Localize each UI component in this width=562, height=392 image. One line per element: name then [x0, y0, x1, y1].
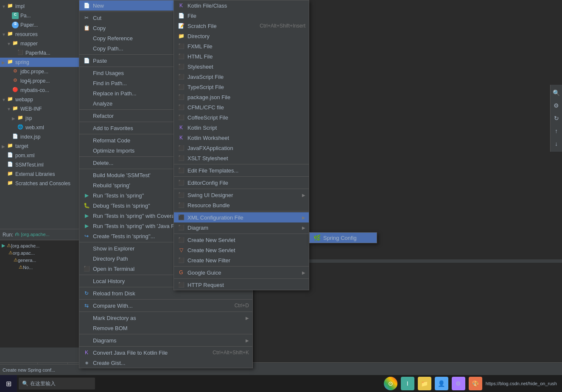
run-tree-item[interactable]: ⚠ org.apac... — [2, 249, 78, 256]
menu-item-create-listener[interactable]: ⬛ Create New Filter — [174, 255, 309, 265]
menu-item-pkg-json[interactable]: ⬛ package.json File — [174, 92, 309, 102]
run-tree-item[interactable]: ⚠ No... — [2, 264, 78, 271]
compare-icon: ⇆ — [83, 302, 90, 309]
tree-arrow: ▼ — [7, 107, 12, 111]
folder-icon: 📁 — [17, 115, 24, 122]
tree-item-target[interactable]: ▶ 📁 target — [0, 142, 79, 151]
menu-separator — [174, 211, 309, 211]
cut-icon: ✂ — [83, 14, 90, 22]
tree-item-jsp[interactable]: ▶ 📁 jsp — [0, 114, 79, 123]
run-tree-item[interactable]: ▶ ⚠ [org.apache... — [2, 242, 78, 249]
submenu-arrow: ▶ — [246, 316, 249, 320]
tree-item-extlibs[interactable]: 📁 External Libraries — [0, 170, 79, 179]
windows-start-button[interactable]: ⊞ — [0, 375, 17, 392]
diagrams-icon — [83, 336, 90, 344]
menu-item-google-guice[interactable]: G Google Guice ▶ — [174, 267, 309, 278]
tree-item-paper[interactable]: ① Paper... — [0, 20, 79, 30]
menu-item-kotlin-script[interactable]: K Kotlin Script — [174, 122, 309, 133]
folder-icon: 📁 — [12, 40, 19, 47]
menu-item-create-gist[interactable]: ⎈ Create Gist... — [79, 358, 252, 368]
warning-icon: ⚠ — [19, 264, 23, 270]
menu-item-xml-config[interactable]: ⬛ XML Configuration File ▶ — [174, 212, 309, 222]
menu-item-http-request[interactable]: ⬛ HTTP Request — [174, 280, 309, 290]
menu-item-html[interactable]: ⬛ HTML File — [174, 51, 309, 61]
menu-item-diagrams[interactable]: Diagrams ▶ — [79, 335, 252, 345]
tree-item-paperma[interactable]: ⬛ PaperMa... — [0, 48, 79, 58]
menu-item-label: HTML File — [187, 53, 305, 60]
menu-item-mark-dir[interactable]: Mark Directory as ▶ — [79, 313, 252, 323]
menu-item-convert-kotlin[interactable]: K Convert Java File to Kotlin File Ctrl+… — [79, 348, 252, 358]
file-manager-icon[interactable]: 📁 — [418, 377, 431, 390]
scratch-icon: 📝 — [177, 22, 185, 30]
menu-separator — [174, 278, 309, 279]
paint-icon[interactable]: 🎨 — [469, 377, 482, 390]
menu-item-scratch[interactable]: 📝 Scratch File Ctrl+Alt+Shift+Insert — [174, 21, 309, 31]
menu-separator — [79, 334, 252, 334]
tree-item-webapp[interactable]: ▼ 📁 webapp — [0, 95, 79, 104]
tree-label: resources — [15, 31, 38, 37]
arrow-up-icon[interactable]: ↑ — [552, 126, 561, 136]
servlet-icon: ⬛ — [177, 236, 185, 244]
menu-item-kotlin-class[interactable]: K Kotlin File/Class — [174, 0, 309, 11]
menu-item-file[interactable]: 📄 File — [174, 11, 309, 21]
tree-item-resources[interactable]: ▼ 📁 resources — [0, 30, 79, 39]
intellij-icon[interactable]: I — [401, 377, 414, 390]
menu-item-cfml[interactable]: ⬛ CFML/CFC file — [174, 102, 309, 112]
menu-item-spring-config[interactable]: 🌿 Spring Config — [310, 233, 377, 243]
tree-item-impl[interactable]: ▼ 📁 impl — [0, 2, 79, 11]
gear-icon[interactable]: ⚙ — [552, 101, 561, 110]
menu-item-swing[interactable]: ⬛ Swing UI Designer ▶ — [174, 190, 309, 200]
tree-item-pomxml[interactable]: 📄 pom.xml — [0, 151, 79, 160]
app-icon[interactable]: ⚙ — [452, 377, 465, 390]
menu-item-label: Swing UI Designer — [187, 192, 299, 198]
tree-item-mybatis[interactable]: 🔴 mybatis-co... — [0, 86, 79, 95]
menu-item-directory[interactable]: 📁 Directory — [174, 31, 309, 41]
tree-item-log4j[interactable]: ⚙ log4j.prope... — [0, 76, 79, 86]
menu-item-label: Create New Filter — [187, 257, 305, 264]
folder-icon: 📁 — [7, 180, 14, 187]
folder-icon: 📁 — [7, 96, 14, 103]
menu-separator — [79, 299, 252, 300]
tree-item-webxml[interactable]: 🌐 web.xml — [0, 123, 79, 132]
xml-icon: 📄 — [7, 152, 14, 159]
tree-item-indexjsp[interactable]: 📄 index.jsp — [0, 132, 79, 142]
tree-item-mapper[interactable]: ▼ 📁 mapper — [0, 39, 79, 48]
menu-item-fxml[interactable]: ⬛ FXML File — [174, 41, 309, 51]
tree-arrow: ▶ — [2, 144, 7, 149]
menu-item-label: XML Configuration File — [187, 214, 299, 221]
tree-item-ssmtest[interactable]: 📄 SSMTest.iml — [0, 160, 79, 170]
tree-item-jdbc[interactable]: ⚙ jdbc.prope... — [0, 67, 79, 76]
menu-item-ts[interactable]: ⬛ TypeScript File — [174, 82, 309, 92]
menu-item-create-servlet[interactable]: ⬛ Create New Servlet — [174, 235, 309, 245]
menu-item-create-filter[interactable]: ▽ Create New Servlet — [174, 245, 309, 255]
tree-label: pom.xml — [15, 153, 34, 158]
taskbar-search[interactable]: 🔍 在这里输入 — [19, 378, 95, 389]
refresh-icon[interactable]: ↻ — [552, 114, 561, 123]
search-icon[interactable]: 🔍 — [552, 88, 561, 97]
arrow-down-icon[interactable]: ↓ — [552, 139, 561, 148]
tree-item-pa[interactable]: C Pa... — [0, 11, 79, 20]
menu-item-css[interactable]: ⬛ Stylesheet — [174, 61, 309, 72]
tree-arrow: ▶ — [2, 60, 7, 65]
chrome-icon[interactable]: ⊙ — [384, 377, 397, 390]
menu-item-javafx[interactable]: ⬛ JavaFXApplication — [174, 143, 309, 153]
tree-item-spring[interactable]: ▶ 📁 spring — [0, 58, 79, 67]
run-tree-item[interactable]: ⚠ genera... — [2, 256, 78, 264]
prop-icon: ⚙ — [12, 68, 19, 75]
menu-item-diagram[interactable]: ⬛ Diagram ▶ — [174, 222, 309, 233]
menu-item-coffee[interactable]: ⬛ CoffeeScript File — [174, 112, 309, 122]
menu-item-kotlin-worksheet[interactable]: K Kotlin Worksheet — [174, 133, 309, 143]
menu-item-label: Scratch File — [187, 23, 251, 29]
menu-item-resource-bundle[interactable]: ⬛ Resource Bundle — [174, 200, 309, 210]
user-icon[interactable]: 👤 — [435, 377, 448, 390]
tree-item-webinf[interactable]: ▼ 📁 WEB-INF — [0, 104, 79, 114]
menu-item-js[interactable]: ⬛ JavaScript File — [174, 72, 309, 82]
menu-item-editorconfig[interactable]: ⬛ EditorConfig File — [174, 178, 309, 188]
menu-item-remove-bom[interactable]: Remove BOM — [79, 323, 252, 333]
menu-item-edit-templates[interactable]: ⬛ Edit File Templates... — [174, 165, 309, 175]
menu-item-compare[interactable]: ⇆ Compare With... Ctrl+D — [79, 300, 252, 311]
tree-label: jsp — [25, 115, 32, 121]
menu-item-xslt[interactable]: ⬛ XSLT Stylesheet — [174, 153, 309, 163]
directory-icon: 📁 — [177, 32, 185, 40]
tree-item-scratches[interactable]: 📁 Scratches and Consoles — [0, 179, 79, 188]
